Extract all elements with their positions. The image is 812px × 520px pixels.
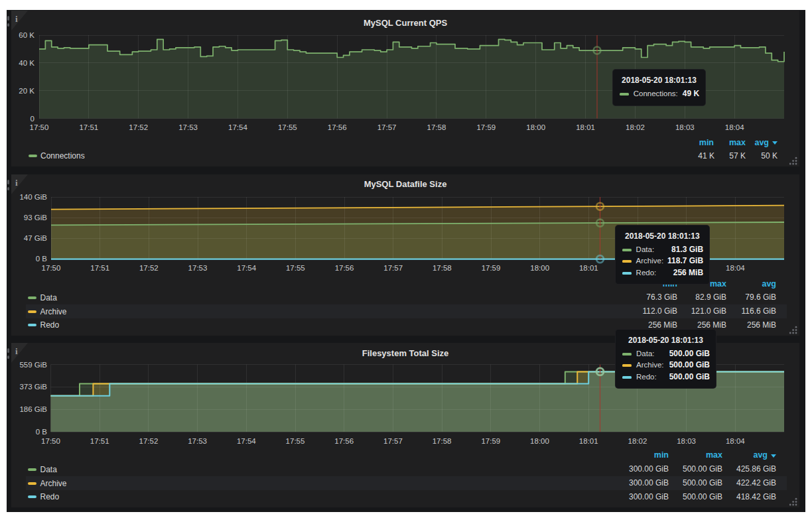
svg-text:18:00: 18:00 bbox=[530, 437, 549, 445]
svg-text:17:59: 17:59 bbox=[482, 264, 501, 272]
svg-text:17:55: 17:55 bbox=[286, 264, 305, 272]
svg-text:40 K: 40 K bbox=[19, 59, 34, 67]
svg-text:17:51: 17:51 bbox=[90, 437, 109, 445]
svg-text:0 B: 0 B bbox=[36, 255, 48, 263]
svg-text:17:50: 17:50 bbox=[41, 437, 60, 445]
svg-text:18:03: 18:03 bbox=[677, 437, 696, 445]
svg-text:373 GiB: 373 GiB bbox=[19, 383, 47, 391]
svg-text:17:58: 17:58 bbox=[433, 437, 452, 445]
svg-text:i: i bbox=[15, 14, 18, 24]
svg-text:18:00: 18:00 bbox=[530, 264, 549, 272]
svg-text:17:52: 17:52 bbox=[139, 264, 159, 272]
svg-text:18:02: 18:02 bbox=[628, 437, 647, 445]
svg-text:i: i bbox=[15, 178, 18, 188]
svg-text:93 GiB: 93 GiB bbox=[24, 214, 47, 222]
svg-text:18:01: 18:01 bbox=[579, 437, 598, 445]
svg-text:20 K: 20 K bbox=[19, 87, 34, 95]
svg-text:17:58: 17:58 bbox=[427, 123, 446, 131]
svg-text:0: 0 bbox=[31, 115, 34, 123]
svg-text:17:53: 17:53 bbox=[188, 437, 207, 445]
svg-text:18:04: 18:04 bbox=[726, 437, 745, 445]
svg-text:17:54: 17:54 bbox=[237, 437, 256, 445]
svg-text:47 GiB: 47 GiB bbox=[24, 234, 47, 242]
svg-text:18:04: 18:04 bbox=[726, 264, 745, 272]
svg-text:17:59: 17:59 bbox=[481, 437, 500, 445]
svg-text:17:55: 17:55 bbox=[286, 437, 305, 445]
svg-text:17:54: 17:54 bbox=[237, 264, 256, 272]
svg-text:i: i bbox=[15, 346, 18, 356]
svg-text:18:02: 18:02 bbox=[626, 123, 645, 131]
svg-text:17:53: 17:53 bbox=[188, 264, 208, 272]
svg-text:17:56: 17:56 bbox=[328, 123, 347, 131]
svg-text:17:52: 17:52 bbox=[129, 123, 148, 131]
svg-text:17:56: 17:56 bbox=[334, 437, 354, 445]
svg-text:186 GiB: 186 GiB bbox=[19, 405, 47, 413]
svg-text:18:01: 18:01 bbox=[576, 123, 595, 131]
svg-text:17:57: 17:57 bbox=[377, 123, 397, 131]
svg-text:17:51: 17:51 bbox=[90, 264, 109, 272]
svg-text:17:57: 17:57 bbox=[383, 437, 403, 445]
svg-text:17:56: 17:56 bbox=[335, 264, 354, 272]
svg-text:17:52: 17:52 bbox=[139, 437, 159, 445]
svg-text:18:04: 18:04 bbox=[725, 123, 744, 131]
svg-text:17:53: 17:53 bbox=[178, 123, 198, 131]
svg-text:17:57: 17:57 bbox=[383, 264, 403, 272]
svg-text:18:01: 18:01 bbox=[579, 264, 598, 272]
svg-text:0 B: 0 B bbox=[36, 428, 48, 436]
svg-text:17:59: 17:59 bbox=[476, 123, 496, 131]
svg-text:17:50: 17:50 bbox=[42, 264, 61, 272]
svg-text:18:00: 18:00 bbox=[526, 123, 545, 131]
svg-text:17:54: 17:54 bbox=[228, 123, 247, 131]
svg-text:17:58: 17:58 bbox=[433, 264, 452, 272]
svg-text:17:51: 17:51 bbox=[79, 123, 98, 131]
svg-text:17:55: 17:55 bbox=[278, 123, 297, 131]
svg-text:17:50: 17:50 bbox=[30, 123, 49, 131]
svg-text:18:03: 18:03 bbox=[675, 123, 695, 131]
